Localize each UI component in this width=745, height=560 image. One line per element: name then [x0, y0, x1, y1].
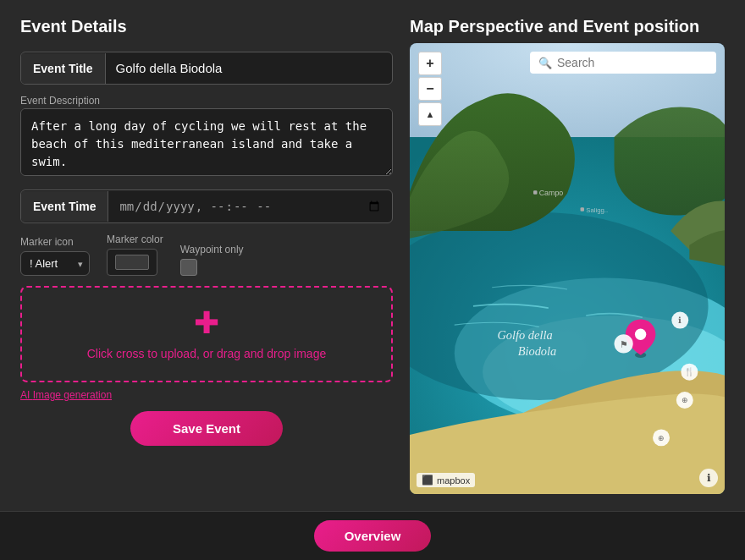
- svg-text:⊕: ⊕: [658, 434, 665, 442]
- bottom-bar: Overview: [0, 511, 745, 560]
- map-svg: Golfo della Biodola ⚑ ℹ: [410, 43, 725, 494]
- svg-point-8: [635, 329, 646, 340]
- mapbox-attribution: ⬛ mapbox: [417, 473, 475, 487]
- marker-icon-select[interactable]: ! Alert 📍 Pin ⭐ Star: [20, 251, 90, 276]
- ai-label: AI: [20, 389, 33, 401]
- zoom-out-button[interactable]: −: [418, 77, 442, 101]
- marker-color-group: Marker color: [107, 233, 163, 276]
- map-search-bar: 🔍: [530, 52, 716, 74]
- map-title: Map Perspective and Event position: [410, 17, 725, 36]
- poi-marker-4[interactable]: ⊕: [676, 392, 693, 409]
- mapbox-label: mapbox: [437, 475, 470, 486]
- poi-marker-3[interactable]: 🍴: [681, 364, 698, 381]
- color-inner: [115, 255, 149, 270]
- ai-link-text[interactable]: Image generation: [33, 389, 112, 401]
- upload-plus-icon: ✚: [194, 308, 219, 338]
- event-description-group: Event Description After a long day of cy…: [20, 95, 393, 179]
- svg-rect-20: [581, 207, 584, 211]
- svg-text:Biodola: Biodola: [518, 344, 557, 358]
- event-description-textarea[interactable]: After a long day of cycling we will rest…: [20, 108, 393, 176]
- svg-text:🍴: 🍴: [684, 366, 695, 377]
- svg-rect-19: [533, 190, 537, 194]
- event-title-label: Event Title: [21, 53, 106, 84]
- map-search-input[interactable]: [557, 56, 708, 69]
- right-panel: Map Perspective and Event position: [410, 17, 725, 494]
- svg-text:⚑: ⚑: [620, 339, 628, 349]
- svg-text:Golfo della: Golfo della: [497, 328, 552, 342]
- marker-row: Marker icon ! Alert 📍 Pin ⭐ Star Marker …: [20, 233, 393, 276]
- event-time-label: Event Time: [21, 191, 108, 222]
- event-time-input[interactable]: [108, 190, 392, 222]
- svg-text:ℹ: ℹ: [678, 316, 682, 325]
- left-panel: Event Details Event Title Event Descript…: [20, 17, 393, 494]
- upload-area[interactable]: ✚ Click cross to upload, or drag and dro…: [20, 286, 393, 382]
- waypoint-only-label: Waypoint only: [180, 244, 244, 255]
- svg-text:Campo: Campo: [539, 189, 564, 197]
- waypoint-only-checkbox[interactable]: [180, 259, 197, 276]
- event-description-label: Event Description: [20, 95, 393, 107]
- overview-button[interactable]: Overview: [314, 520, 432, 552]
- marker-icon-group: Marker icon ! Alert 📍 Pin ⭐ Star: [20, 236, 90, 276]
- marker-icon-label: Marker icon: [20, 236, 90, 248]
- map-controls: + − ▲: [418, 52, 442, 126]
- ai-image-generation-link[interactable]: AI Image generation: [20, 389, 393, 401]
- event-title-input[interactable]: [106, 52, 392, 84]
- svg-text:⊕: ⊕: [682, 396, 688, 404]
- zoom-in-button[interactable]: +: [418, 52, 442, 75]
- upload-text: Click cross to upload, or drag and drop …: [87, 347, 326, 360]
- event-time-row: Event Time: [20, 189, 393, 223]
- compass-button[interactable]: ▲: [418, 102, 442, 126]
- marker-color-picker[interactable]: [107, 249, 157, 276]
- poi-marker-2[interactable]: ℹ: [671, 312, 688, 329]
- poi-marker-5[interactable]: ⊕: [653, 429, 670, 446]
- mapbox-logo: ⬛: [422, 475, 433, 486]
- left-panel-title: Event Details: [20, 17, 393, 36]
- waypoint-only-group: Waypoint only: [180, 244, 244, 276]
- marker-color-label: Marker color: [107, 233, 163, 245]
- marker-icon-select-wrapper[interactable]: ! Alert 📍 Pin ⭐ Star: [20, 251, 90, 276]
- search-icon: 🔍: [538, 57, 552, 69]
- map-container[interactable]: Golfo della Biodola ⚑ ℹ: [410, 43, 725, 494]
- info-button[interactable]: ℹ: [699, 469, 718, 487]
- svg-text:Saligg..: Saligg..: [586, 206, 608, 214]
- save-event-button[interactable]: Save Event: [130, 411, 283, 446]
- poi-marker-1[interactable]: ⚑: [615, 334, 633, 353]
- event-title-row: Event Title: [20, 52, 393, 85]
